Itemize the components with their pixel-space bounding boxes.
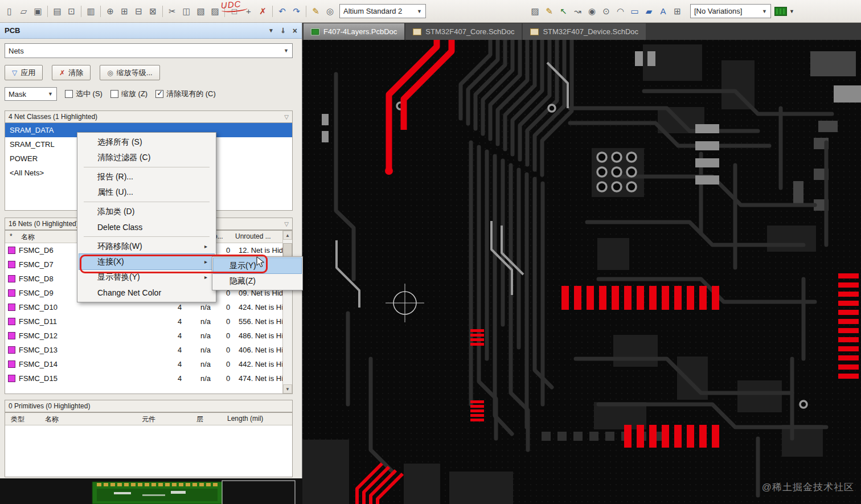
document-icon	[413, 28, 421, 35]
filter-icon[interactable]: ▽	[284, 221, 289, 227]
new-document-icon[interactable]: ▯	[2, 4, 17, 18]
interactive-route-icon[interactable]: ↝	[571, 4, 585, 18]
place-string-icon[interactable]: A	[656, 4, 670, 18]
net-color-swatch[interactable]	[8, 375, 15, 382]
copy-icon[interactable]: ◫	[179, 4, 194, 18]
net-color-swatch[interactable]	[8, 332, 15, 339]
zoom-fit-icon[interactable]: ⊟	[132, 4, 146, 18]
board-preview[interactable]	[0, 478, 302, 504]
net-row[interactable]: FSMC_D11 4 n/a 0 556. Net is Hidden	[5, 314, 282, 329]
context-menu-item[interactable]: Change Net Color	[79, 285, 214, 300]
scroll-down-icon[interactable]: ▼	[283, 384, 292, 394]
select-cursor-icon[interactable]: ↖	[556, 4, 571, 18]
zoom-level-button[interactable]: ◎ 缩放等级...	[100, 65, 159, 80]
context-menu-item[interactable]: 清除过滤器 (C)	[79, 150, 214, 165]
save-icon[interactable]: ▣	[31, 4, 45, 18]
toolbar-left-icons: ▯▱▣▤⊡▥⊕⊞⊟⊠✂◫▧▨□+✗↶↷✎◎	[2, 4, 337, 18]
place-line-icon[interactable]: ✎	[309, 4, 323, 18]
toolbar-separator[interactable]	[98, 4, 103, 18]
net-row[interactable]: FSMC_D13 4 n/a 0 406. Net is Hidden	[5, 343, 282, 357]
variant-board-icon[interactable]	[774, 7, 787, 16]
context-menu-item[interactable]: 显示替换(Y) ▸	[79, 269, 214, 285]
net-row[interactable]: FSMC_D15 4 n/a 0 474. Net is Hidden	[5, 371, 282, 386]
place-rect-icon[interactable]: ▭	[628, 4, 642, 18]
context-menu-item[interactable]	[84, 236, 210, 237]
variations-combo[interactable]: [No Variations] ▼	[690, 4, 771, 18]
watermark: @稀土掘金技术社区	[762, 481, 854, 494]
context-menu-item[interactable]	[84, 202, 210, 202]
context-menu-item[interactable]: 报告 (R)...	[79, 169, 214, 185]
pcb-canvas[interactable]: @稀土掘金技术社区	[302, 40, 861, 504]
context-menu-item[interactable]: 添加类 (D)	[79, 204, 214, 219]
zoom-area-icon[interactable]: ⊞	[117, 4, 132, 18]
place-pad-icon[interactable]: ◉	[585, 4, 599, 18]
print-icon[interactable]: ▤	[50, 4, 64, 18]
place-fill-icon[interactable]: ▰	[642, 4, 656, 18]
clipboard-icon[interactable]: ▨	[208, 4, 222, 18]
zoom-checkbox[interactable]: 缩放 (Z)	[110, 89, 147, 99]
net-color-swatch[interactable]	[8, 346, 15, 354]
context-menu-item[interactable]: Delete Class	[79, 219, 214, 235]
clear-button[interactable]: ✗ 清除	[52, 65, 91, 80]
primitives-column-header[interactable]: 类型 名称 元件 层 Length (mil)	[5, 413, 292, 425]
panel-mode-select[interactable]: Nets ▼	[5, 43, 293, 58]
net-row[interactable]: FSMC_D12 4 n/a 0 486. Net is Hidden	[5, 329, 282, 343]
close-icon[interactable]: ×	[293, 26, 297, 35]
clear-filter-icon[interactable]: ✗	[256, 4, 270, 18]
toolbar-separator[interactable]	[270, 4, 275, 18]
context-menu-item[interactable]: 连接(X) ▸	[79, 254, 214, 269]
document-options-icon[interactable]: ▥	[84, 4, 98, 18]
tab-stm32f407-core-schdoc[interactable]: STM32F407_Core.SchDoc	[405, 23, 522, 40]
context-menu-item[interactable]	[84, 167, 210, 167]
hatch-fill-icon[interactable]: ▨	[528, 4, 542, 18]
panel-menu-icon[interactable]: ▼	[268, 27, 274, 34]
tab-stm32f407-device-schdoc[interactable]: STM32F407_Device.SchDoc	[523, 23, 646, 40]
checkbox-box	[155, 90, 163, 98]
net-color-swatch[interactable]	[8, 318, 15, 325]
net-color-swatch[interactable]	[8, 247, 15, 254]
open-document-icon[interactable]: ▱	[17, 4, 31, 18]
apply-button[interactable]: ▽ 应用	[5, 65, 43, 80]
context-menu: 选择所有 (S) 清除过滤器 (C) 报告 (R)... 属性 (U)... 添…	[77, 132, 216, 302]
place-arc-icon[interactable]: ◠	[613, 4, 628, 18]
context-menu-item[interactable]: 选择所有 (S)	[79, 134, 214, 150]
toolbar-separator[interactable]	[304, 4, 309, 18]
undo-icon[interactable]: ↶	[275, 4, 289, 18]
toolbar-separator[interactable]	[160, 4, 165, 18]
toolbar-separator[interactable]	[79, 4, 84, 18]
draw-icon[interactable]: ✎	[542, 4, 556, 18]
redo-icon[interactable]: ↷	[289, 4, 304, 18]
nets-scrollbar[interactable]: ▲ ▼	[282, 231, 292, 394]
net-color-swatch[interactable]	[8, 275, 15, 282]
net-color-swatch[interactable]	[8, 304, 15, 311]
toolbar-separator[interactable]	[45, 4, 50, 18]
place-grid-icon[interactable]: ⊞	[670, 4, 684, 18]
pin-icon[interactable]: ⊸	[279, 27, 288, 34]
zoom-selection-icon[interactable]: ⊠	[146, 4, 160, 18]
toolbar-style-combo[interactable]: Altium Standard 2 ▼	[339, 4, 426, 18]
tab-f407-pcbdoc[interactable]: F407-4Layers.PcbDoc	[304, 23, 404, 40]
filter-icon[interactable]: ▽	[284, 114, 289, 120]
select-checkbox[interactable]: 选中 (S)	[65, 89, 102, 99]
context-menu-item[interactable]: 属性 (U)...	[79, 185, 214, 200]
submenu-item[interactable]: 隐藏(Z)	[214, 273, 301, 289]
find-icon[interactable]: ◎	[323, 4, 337, 18]
net-row[interactable]: FSMC_D14 4 n/a 0 442. Net is Hidden	[5, 357, 282, 371]
document-icon	[530, 28, 539, 35]
chevron-down-icon: ▼	[43, 91, 53, 97]
net-color-swatch[interactable]	[8, 360, 15, 368]
mask-value: Mask	[9, 90, 26, 99]
paste-icon[interactable]: ▧	[194, 4, 208, 18]
net-color-swatch[interactable]	[8, 289, 15, 297]
place-via-icon[interactable]: ⊙	[599, 4, 613, 18]
print-preview-icon[interactable]: ⊡	[64, 4, 79, 18]
scroll-up-icon[interactable]: ▲	[283, 231, 292, 240]
zoom-in-icon[interactable]: ⊕	[103, 4, 117, 18]
net-color-swatch[interactable]	[8, 261, 15, 268]
mask-select[interactable]: Mask ▼	[5, 87, 57, 101]
cut-icon[interactable]: ✂	[165, 4, 179, 18]
panel-mode-value: Nets	[9, 47, 24, 55]
submenu-item[interactable]: 显示(Y)	[214, 258, 301, 273]
clear-existing-checkbox[interactable]: 清除现有的 (C)	[155, 89, 216, 99]
context-menu-item[interactable]: 环路移除(W) ▸	[79, 239, 214, 254]
